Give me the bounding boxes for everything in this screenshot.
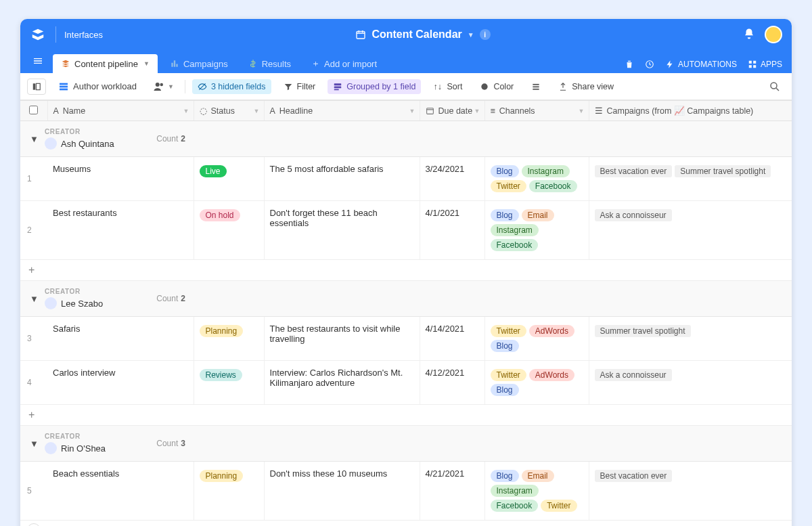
- group-field-label: CREATOR: [45, 288, 103, 295]
- notifications-icon[interactable]: [743, 28, 755, 42]
- pill: Twitter: [541, 500, 577, 512]
- sort-button[interactable]: ↑↓ Sort: [428, 79, 468, 94]
- share-view-button[interactable]: Share view: [553, 79, 619, 94]
- cell-campaigns[interactable]: Ask a connoisseur: [589, 201, 792, 260]
- column-name[interactable]: AName ▼: [47, 101, 194, 121]
- chevron-down-icon: ▼: [183, 108, 189, 114]
- apps-button[interactable]: APPS: [748, 60, 782, 69]
- table-row[interactable]: 1 Museums Live The 5 most affordable saf…: [20, 157, 792, 201]
- color-button[interactable]: Color: [474, 79, 519, 94]
- cell-campaigns[interactable]: Best vacation ever: [589, 462, 792, 521]
- cell-channels[interactable]: TwitterAdWordsBlog: [484, 317, 589, 361]
- share-view-people-icon[interactable]: ▼: [149, 79, 178, 94]
- chevron-down-icon: ▼: [409, 108, 415, 114]
- cell-headline[interactable]: The best restaurants to visit while trav…: [264, 317, 420, 361]
- pill: Instagram: [491, 224, 539, 236]
- pill: On hold: [200, 209, 240, 221]
- add-row-button[interactable]: +: [20, 405, 792, 426]
- add-row-button[interactable]: +: [20, 260, 792, 281]
- collapse-sidebar-button[interactable]: [27, 79, 46, 95]
- cell-status[interactable]: Planning: [194, 317, 264, 361]
- cell-channels[interactable]: TwitterAdWordsBlog: [484, 361, 589, 405]
- cell-channels[interactable]: BlogEmailInstagramFacebookTwitter: [484, 462, 589, 521]
- add-or-import-tab[interactable]: ＋ Add or import: [303, 54, 385, 73]
- base-title[interactable]: Content Calendar ▼ i: [103, 28, 743, 41]
- group-header[interactable]: ▼ CREATOR Ash Quintana Count2: [27, 125, 188, 152]
- cell-status[interactable]: On hold: [194, 201, 264, 260]
- cell-status[interactable]: Reviews: [194, 361, 264, 405]
- cell-name[interactable]: Safaris: [47, 317, 194, 361]
- cell-headline[interactable]: Don't miss these 10 museums: [264, 462, 420, 521]
- cell-channels[interactable]: BlogInstagramTwitterFacebook: [484, 157, 589, 201]
- cell-due-date[interactable]: 4/1/2021: [420, 201, 484, 260]
- group-count: Count2: [156, 294, 185, 303]
- select-all-checkbox[interactable]: [20, 101, 47, 121]
- column-campaigns[interactable]: ☰Campaigns (from 📈 Campaigns table): [589, 101, 792, 121]
- app-logo-icon[interactable]: [30, 26, 46, 43]
- lookup-icon: ☰: [595, 106, 603, 116]
- cell-due-date[interactable]: 4/12/2021: [420, 361, 484, 405]
- cell-name[interactable]: Carlos interview: [47, 361, 194, 405]
- group-count: Count2: [156, 134, 185, 144]
- cell-headline[interactable]: Don't forget these 11 beach essentials: [264, 201, 420, 260]
- column-due-date[interactable]: Due date ▼: [420, 101, 484, 121]
- table-row[interactable]: 5 Beach essentials Planning Don't miss t…: [20, 462, 792, 521]
- pill: Facebook: [491, 500, 539, 512]
- grid-view: AName ▼ ◌Status ▼ AHeadline ▼ Du: [20, 100, 792, 520]
- sidebar-toggle-icon[interactable]: [30, 53, 46, 69]
- add-record-button[interactable]: +: [27, 523, 41, 526]
- cell-campaigns[interactable]: Best vacation everSummer travel spotligh…: [589, 157, 792, 201]
- pill: Blog: [491, 470, 519, 482]
- cell-due-date[interactable]: 4/14/2021: [420, 317, 484, 361]
- group-header[interactable]: ▼ CREATOR Rin O'Shea Count3: [27, 430, 188, 457]
- cell-headline[interactable]: Interview: Carlos Richardson's Mt. Kilim…: [264, 361, 420, 405]
- cell-name[interactable]: Best restaurants: [47, 201, 194, 260]
- pill: Instagram: [491, 485, 539, 497]
- pill: Blog: [491, 165, 519, 177]
- cell-due-date[interactable]: 3/24/2021: [420, 157, 484, 201]
- search-icon[interactable]: [769, 81, 781, 93]
- row-height-button[interactable]: [526, 79, 546, 94]
- column-channels[interactable]: ≡Channels ▼: [484, 101, 589, 121]
- top-bar: Interfaces Content Calendar ▼ i: [20, 19, 792, 50]
- cell-name[interactable]: Museums: [47, 157, 194, 201]
- svg-rect-8: [60, 83, 68, 85]
- tab-campaigns[interactable]: Campaigns: [162, 54, 236, 73]
- svg-rect-19: [533, 86, 539, 87]
- group-field-label: CREATOR: [45, 433, 106, 440]
- cell-channels[interactable]: BlogEmailInstagramFacebook: [484, 201, 589, 260]
- calendar-icon: [426, 106, 434, 115]
- automations-button[interactable]: AUTOMATIONS: [665, 60, 737, 69]
- column-headline[interactable]: AHeadline ▼: [264, 101, 420, 121]
- chevron-down-icon: ▼: [30, 294, 38, 304]
- table-row[interactable]: 2 Best restaurants On hold Don't forget …: [20, 201, 792, 260]
- cell-due-date[interactable]: 4/21/2021: [420, 462, 484, 521]
- group-field-label: CREATOR: [45, 128, 114, 135]
- interfaces-link[interactable]: Interfaces: [64, 30, 103, 40]
- hidden-fields-button[interactable]: 3 hidden fields: [192, 79, 271, 94]
- cell-campaigns[interactable]: Summer travel spotlight: [589, 317, 792, 361]
- cell-status[interactable]: Planning: [194, 462, 264, 521]
- campaign-tag: Ask a connoisseur: [595, 369, 672, 381]
- table-row[interactable]: 4 Carlos interview Reviews Interview: Ca…: [20, 361, 792, 405]
- tab-pipeline[interactable]: Content pipeline▼: [53, 54, 158, 73]
- cell-name[interactable]: Beach essentials: [47, 462, 194, 521]
- view-name: Author workload: [73, 81, 137, 91]
- cell-headline[interactable]: The 5 most affordable safaris: [264, 157, 420, 201]
- view-selector[interactable]: Author workload: [53, 79, 142, 94]
- column-status[interactable]: ◌Status ▼: [194, 101, 264, 121]
- tab-results[interactable]: Results: [240, 54, 299, 73]
- cell-status[interactable]: Live: [194, 157, 264, 201]
- cell-campaigns[interactable]: Ask a connoisseur: [589, 361, 792, 405]
- history-icon[interactable]: [645, 60, 654, 69]
- info-icon[interactable]: i: [480, 29, 491, 40]
- group-button[interactable]: Grouped by 1 field: [328, 79, 421, 94]
- table-row[interactable]: 3 Safaris Planning The best restaurants …: [20, 317, 792, 361]
- chevron-down-icon: ▼: [30, 134, 38, 144]
- trash-icon[interactable]: [625, 60, 634, 69]
- chart-icon: [170, 59, 179, 68]
- chevron-down-icon: ▼: [168, 83, 174, 90]
- group-header[interactable]: ▼ CREATOR Lee Szabo Count2: [27, 285, 188, 312]
- filter-button[interactable]: Filter: [278, 79, 321, 94]
- user-avatar[interactable]: [765, 26, 782, 43]
